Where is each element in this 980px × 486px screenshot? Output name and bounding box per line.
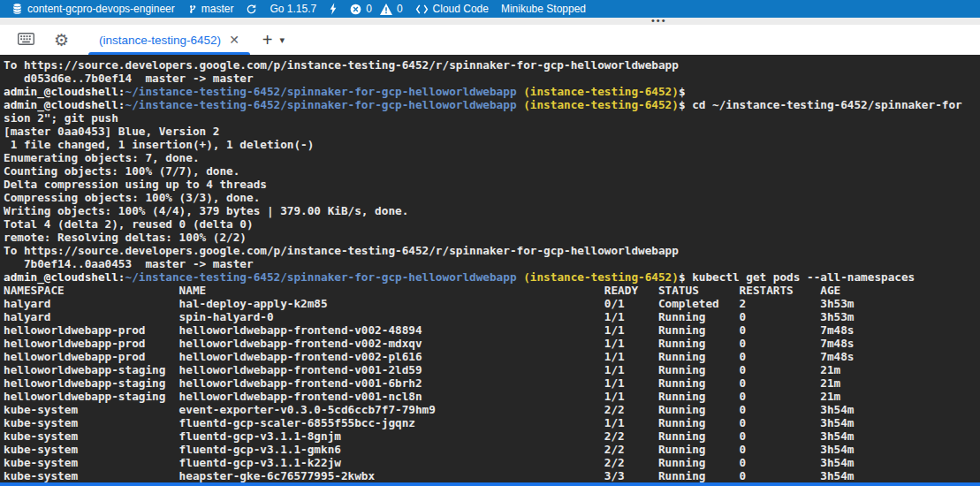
- terminal-line: Enumerating objects: 7, done.: [4, 151, 980, 164]
- project-selector[interactable]: content-gcpro-devops-engineer: [11, 0, 175, 18]
- pods-table-row: kube-system fluentd-gcp-v3.1.1-gmkn6 2/2…: [4, 443, 980, 456]
- terminal-line: admin_@cloudshell:~/instance-testing-645…: [4, 85, 980, 98]
- pods-table-row: kube-system fluentd-gcp-v3.1.1-8gnjm 2/2…: [4, 429, 980, 443]
- terminal-panel[interactable]: To https://source.developers.google.com/…: [0, 55, 980, 483]
- add-tab-button[interactable]: +: [262, 31, 273, 49]
- terminal-line: [master 0aa0453] Blue, Version 2: [4, 125, 980, 138]
- terminal-tab-label: (instance-testing-6452): [99, 34, 221, 47]
- warning-count: 0: [397, 3, 403, 15]
- terminal-line: Total 4 (delta 2), reused 0 (delta 0): [4, 217, 980, 231]
- terminal-tab[interactable]: (instance-testing-6452) ✕: [88, 25, 250, 55]
- terminal-line: d053d6e..7b0ef14 master -> master: [4, 72, 980, 85]
- git-branch-indicator[interactable]: master: [187, 0, 234, 18]
- pods-table-row: kube-system fluentd-gcp-v3.1.1-k22jw 2/2…: [4, 456, 980, 469]
- go-version-label: Go 1.15.7: [270, 3, 316, 15]
- project-label: content-gcpro-devops-engineer: [27, 3, 175, 15]
- sync-button[interactable]: [246, 0, 257, 18]
- terminal-line: 7b0ef14..0aa0453 master -> master: [4, 257, 980, 270]
- minikube-label: Minikube Stopped: [501, 3, 586, 15]
- tab-menu-caret-icon[interactable]: ▾: [280, 34, 285, 46]
- minikube-status[interactable]: Minikube Stopped: [501, 0, 586, 18]
- terminal-line: remote: Resolving deltas: 100% (2/2): [4, 231, 980, 244]
- cloud-code-button[interactable]: Cloud Code: [415, 0, 489, 18]
- settings-button[interactable]: ⚙: [54, 32, 69, 49]
- terminal-line: admin_@cloudshell:~/instance-testing-645…: [4, 98, 980, 111]
- lightning-button[interactable]: [329, 0, 338, 18]
- terminal-line: 1 file changed, 1 insertion(+), 1 deleti…: [4, 138, 980, 151]
- go-version-indicator[interactable]: Go 1.15.7: [270, 0, 316, 18]
- branch-label: master: [201, 3, 234, 15]
- terminal-tab-bar: ⚙ (instance-testing-6452) ✕ + ▾: [0, 25, 980, 55]
- cloud-code-label: Cloud Code: [433, 3, 489, 15]
- terminal-line: Counting objects: 100% (7/7), done.: [4, 164, 980, 178]
- terminal-line: sion 2"; git push: [4, 111, 980, 125]
- database-icon: [11, 3, 23, 15]
- cloud-shell-window: content-gcpro-devops-engineer master Go …: [0, 0, 980, 486]
- problems-indicator[interactable]: 0 0: [350, 0, 402, 18]
- terminal-line: Writing objects: 100% (4/4), 379 bytes |…: [4, 204, 980, 217]
- terminal-line: Delta compression using up to 4 threads: [4, 178, 980, 191]
- error-count: 0: [366, 3, 372, 15]
- pods-table-row: kube-system heapster-gke-6c76577995-2kwb…: [4, 469, 980, 482]
- panel-divider: •••: [0, 18, 980, 25]
- gear-icon: ⚙: [54, 32, 69, 49]
- error-icon: [350, 4, 361, 15]
- pods-table-row: helloworldwebapp-prod helloworldwebapp-f…: [4, 323, 980, 337]
- keyboard-icon: [18, 33, 34, 48]
- pods-table-header: NAMESPACE NAME READY STATUS RESTARTS AGE: [4, 284, 980, 297]
- terminal-line: To https://source.developers.google.com/…: [4, 58, 980, 72]
- pods-table-row: kube-system fluentd-gcp-scaler-6855f55bc…: [4, 416, 980, 429]
- terminal-line: To https://source.developers.google.com/…: [4, 244, 980, 257]
- pods-table-row: halyard spin-halyard-0 1/1 Running 0 3h5…: [4, 310, 980, 323]
- terminal-output: To https://source.developers.google.com/…: [4, 58, 980, 482]
- lightning-icon: [329, 3, 338, 15]
- status-bar: content-gcpro-devops-engineer master Go …: [0, 0, 980, 18]
- pods-table-row: helloworldwebapp-prod helloworldwebapp-f…: [4, 337, 980, 350]
- pods-table-row: kube-system event-exporter-v0.3.0-5cd6cc…: [4, 403, 980, 416]
- pods-table-row: helloworldwebapp-prod helloworldwebapp-f…: [4, 350, 980, 363]
- close-tab-icon[interactable]: ✕: [229, 34, 239, 46]
- window-bottom-edge: [0, 482, 980, 486]
- code-brackets-icon: [415, 4, 429, 14]
- terminal-line: Compressing objects: 100% (3/3), done.: [4, 191, 980, 204]
- keyboard-button[interactable]: [18, 33, 34, 48]
- warning-icon: [380, 4, 392, 15]
- pods-table-row: halyard hal-deploy-apply-k2m85 0/1 Compl…: [4, 297, 980, 310]
- pods-table-row: helloworldwebapp-staging helloworldwebap…: [4, 390, 980, 403]
- pods-table-row: helloworldwebapp-staging helloworldwebap…: [4, 363, 980, 376]
- pods-table-row: helloworldwebapp-staging helloworldwebap…: [4, 376, 980, 390]
- terminal-line: admin_@cloudshell:~/instance-testing-645…: [4, 270, 980, 284]
- sync-icon: [246, 4, 257, 15]
- git-branch-icon: [187, 4, 197, 15]
